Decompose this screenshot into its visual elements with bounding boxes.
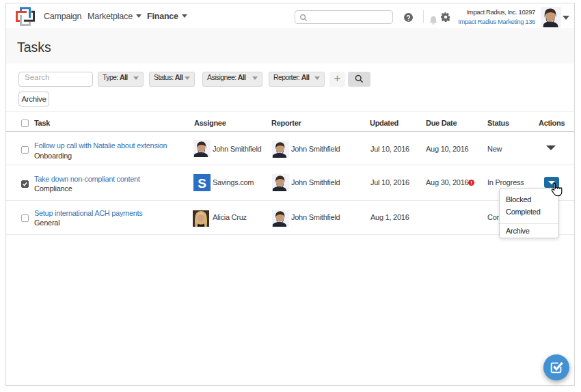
svg-text:S: S [198, 176, 206, 191]
